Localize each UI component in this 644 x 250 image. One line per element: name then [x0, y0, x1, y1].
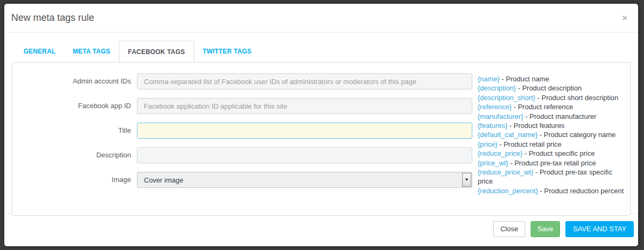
new-meta-tags-rule-modal: New meta tags rule × GENERAL META TAGS F… — [4, 4, 638, 246]
form-row-admin-ids: Admin account IDs — [12, 73, 472, 89]
token-line: {reduce_price} - Product specific price — [478, 149, 625, 158]
token-line: {features} - Product features — [478, 121, 625, 130]
token-line: {price_wt} - Product pre-tax retail pric… — [478, 158, 625, 168]
tab-bar: GENERAL META TAGS FACEBOOK TAGS TWITTER … — [12, 33, 631, 62]
tab-meta-tags[interactable]: META TAGS — [64, 41, 119, 62]
token-description: Product category name — [544, 131, 616, 139]
token-description: Product features — [513, 122, 564, 130]
chevron-down-icon: ▼ — [465, 178, 469, 182]
token-line: {description} - Product description — [478, 84, 625, 93]
token-separator: - — [516, 84, 523, 92]
tab-twitter-tags[interactable]: TWITTER TAGS — [194, 41, 260, 62]
facebook-tags-panel: Admin account IDs Facebook app ID Title — [12, 62, 631, 216]
token-description-tag[interactable]: {description} — [478, 84, 516, 92]
token-description: Product name — [506, 75, 549, 83]
token-line: {reduction_percent} - Product reduction … — [478, 186, 625, 195]
save-and-stay-button[interactable]: SAVE AND STAY — [565, 221, 634, 237]
title-label: Title — [12, 123, 131, 139]
token-reduce-price[interactable]: {reduce_price} — [478, 149, 523, 157]
token-price[interactable]: {price} — [478, 140, 497, 148]
image-label: Image — [12, 172, 131, 188]
token-separator: - — [497, 140, 504, 148]
token-description: Product description — [522, 84, 581, 92]
token-description-short[interactable]: {description_short} — [478, 94, 535, 102]
token-line: {reference} - Product reference — [478, 102, 625, 111]
token-description: Product pre-tax retail price — [515, 159, 596, 167]
form-row-app-id: Facebook app ID — [12, 98, 472, 114]
token-price-wt[interactable]: {price_wt} — [478, 159, 508, 167]
token-name[interactable]: {name} — [478, 75, 500, 83]
app-id-input[interactable] — [137, 98, 472, 114]
token-separator: - — [538, 187, 545, 195]
token-separator: - — [533, 168, 540, 176]
modal-footer: Close Save SAVE AND STAY — [4, 213, 638, 246]
token-line: {price} - Product retail price — [478, 140, 625, 149]
token-line: {description_short} - Product short desc… — [478, 93, 625, 102]
admin-ids-input[interactable] — [137, 73, 472, 89]
facebook-tags-form: Admin account IDs Facebook app ID Title — [12, 73, 472, 195]
token-line: {default_cat_name} - Product category na… — [478, 130, 625, 139]
token-separator: - — [512, 103, 518, 111]
tab-general[interactable]: GENERAL — [15, 41, 64, 62]
token-description: Product manufacturer — [530, 112, 596, 120]
save-button[interactable]: Save — [531, 221, 561, 237]
token-reduction-percent[interactable]: {reduction_percent} — [478, 187, 538, 195]
token-description: Product retail price — [503, 140, 561, 148]
tab-facebook-tags[interactable]: FACEBOOK TAGS — [119, 41, 194, 62]
dropdown-arrow-button[interactable]: ▼ — [462, 173, 471, 187]
modal-title: New meta tags rule — [11, 12, 94, 24]
token-reduce-price-wt[interactable]: {reduce_price_wt} — [478, 168, 533, 176]
close-icon[interactable]: × — [622, 13, 627, 22]
token-line: {name} - Product name — [478, 74, 625, 84]
token-separator: - — [523, 149, 529, 157]
token-separator: - — [535, 94, 542, 102]
app-id-label: Facebook app ID — [12, 98, 131, 114]
image-select-value: Cover image — [137, 176, 462, 184]
token-separator: - — [538, 131, 544, 139]
form-row-description: Description — [12, 147, 472, 163]
token-features[interactable]: {features} — [478, 122, 508, 130]
token-separator: - — [508, 159, 515, 167]
token-line: {reduce_price_wt} - Product pre-tax spec… — [478, 168, 625, 186]
modal-body: GENERAL META TAGS FACEBOOK TAGS TWITTER … — [4, 33, 638, 216]
token-description: Product short description — [541, 94, 618, 102]
token-reference[interactable]: {reference} — [478, 103, 512, 111]
description-label: Description — [12, 147, 131, 163]
image-select[interactable]: Cover image ▼ — [137, 172, 472, 188]
form-row-title: Title — [12, 123, 472, 139]
title-input[interactable] — [137, 123, 472, 139]
close-button[interactable]: Close — [493, 221, 525, 237]
token-default-cat-name[interactable]: {default_cat_name} — [478, 131, 538, 139]
modal-header: New meta tags rule × — [4, 4, 638, 33]
token-separator: - — [508, 122, 514, 130]
token-separator: - — [523, 112, 530, 120]
token-help-list: {name} - Product name {description} - Pr… — [472, 73, 625, 195]
token-description: Product specific price — [528, 149, 595, 157]
description-input[interactable] — [137, 147, 472, 163]
admin-ids-label: Admin account IDs — [12, 73, 131, 89]
token-line: {manufacturer} - Product manufacturer — [478, 112, 625, 121]
token-description: Product reduction percent — [544, 187, 624, 195]
form-row-image: Image Cover image ▼ — [12, 172, 472, 188]
token-description: Product reference — [518, 103, 573, 111]
token-separator: - — [500, 75, 506, 83]
token-manufacturer[interactable]: {manufacturer} — [478, 112, 523, 120]
